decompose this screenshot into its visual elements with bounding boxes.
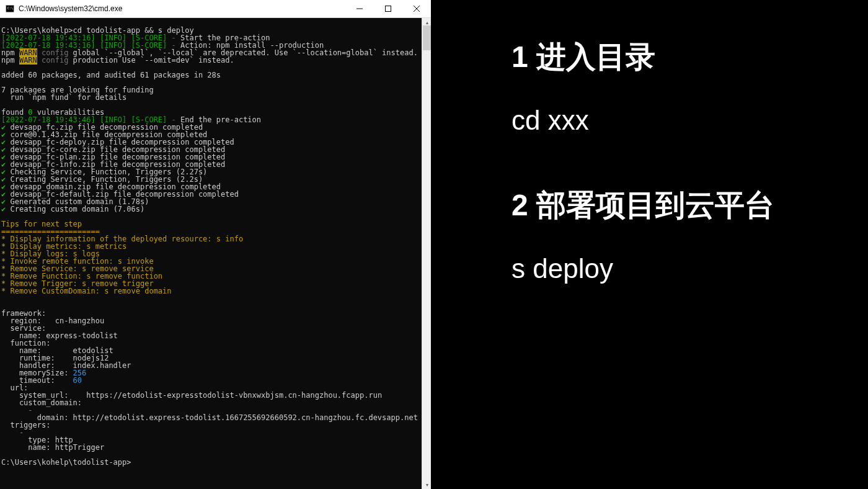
custom-domain-url: http://etodolist.express-todolist.166725… bbox=[73, 413, 418, 422]
check-text: Creating custom domain (7.06s) bbox=[6, 205, 144, 213]
step1-command: cd xxx bbox=[512, 105, 843, 136]
cmd-icon: C:\ bbox=[5, 4, 15, 14]
yaml-line: name: express-todolist bbox=[1, 332, 430, 339]
yaml-line: timeout: 60 bbox=[1, 377, 430, 384]
step2-command: s deploy bbox=[512, 253, 843, 284]
maximize-button[interactable] bbox=[374, 0, 402, 17]
npm-funding-hint: run `npm fund` for details bbox=[1, 94, 430, 101]
warn-text: production Use `--omit=dev` instead. bbox=[68, 56, 234, 65]
titlebar-left: C:\ C:\Windows\system32\cmd.exe bbox=[5, 4, 122, 14]
yaml-line: name: httpTrigger bbox=[1, 444, 430, 451]
window-titlebar: C:\ C:\Windows\system32\cmd.exe bbox=[0, 0, 431, 18]
cmd-window: C:\ C:\Windows\system32\cmd.exe C:\Users… bbox=[0, 0, 431, 489]
window-title: C:\Windows\system32\cmd.exe bbox=[19, 4, 122, 13]
tip-line: * Remove CustomDomain: s remove domain bbox=[1, 287, 430, 295]
terminal-output[interactable]: C:\Users\kohelp>cd todolist-app && s dep… bbox=[0, 18, 431, 489]
instructions-panel: 1 进入目录 cd xxx 2 部署项目到云平台 s deploy bbox=[431, 0, 868, 489]
yaml-line: domain: http://etodolist.express-todolis… bbox=[1, 414, 430, 421]
svg-rect-3 bbox=[386, 6, 391, 12]
spacer bbox=[1, 302, 430, 310]
yaml-key: custom_domain: bbox=[1, 399, 430, 406]
step2-title: 2 部署项目到云平台 bbox=[512, 186, 843, 225]
prompt-line: C:\Users\kohelp\todolist-app> bbox=[1, 459, 430, 466]
yaml-line: region: cn-hangzhou bbox=[1, 317, 430, 325]
window-controls bbox=[345, 0, 431, 17]
warn-badge: WARN bbox=[19, 56, 37, 65]
close-button[interactable] bbox=[402, 0, 431, 17]
minimize-button[interactable] bbox=[345, 0, 374, 17]
npm-warn-line: npm WARN config production Use `--omit=d… bbox=[1, 56, 430, 64]
system-url: https://etodolist-expresstodolist-vbnxwx… bbox=[86, 391, 382, 400]
step1-title: 1 进入目录 bbox=[512, 37, 843, 77]
svg-text:C:\: C:\ bbox=[7, 6, 13, 10]
timeout-value: 60 bbox=[73, 376, 82, 385]
npm-added: added 60 packages, and audited 61 packag… bbox=[1, 71, 430, 79]
scroll-down-icon[interactable]: ▾ bbox=[422, 480, 432, 489]
spacer bbox=[1, 295, 430, 302]
service-name: express-todolist bbox=[46, 331, 118, 340]
trigger-name: httpTrigger bbox=[55, 443, 104, 452]
scrollbar-thumb[interactable] bbox=[423, 25, 431, 50]
scrollbar[interactable]: ▴ ▾ bbox=[422, 18, 431, 489]
yaml-key: triggers: bbox=[1, 421, 430, 429]
check-line: ✔ Creating custom domain (7.06s) bbox=[1, 205, 430, 213]
region-value: cn-hangzhou bbox=[55, 316, 104, 325]
